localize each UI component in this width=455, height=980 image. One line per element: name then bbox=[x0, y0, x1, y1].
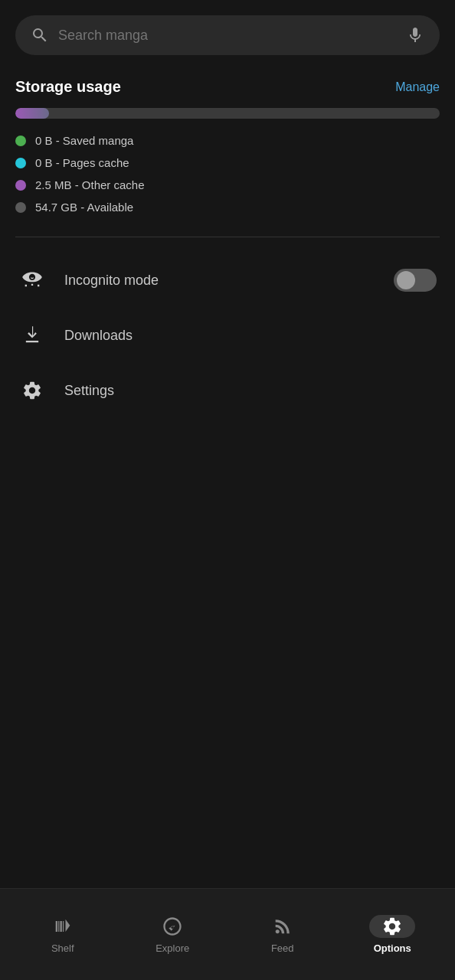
menu-item-incognito[interactable]: Incognito mode bbox=[15, 253, 440, 308]
legend-available: 54.7 GB - Available bbox=[15, 201, 440, 214]
label-saved-manga: 0 B - Saved manga bbox=[35, 134, 133, 147]
legend-pages-cache: 0 B - Pages cache bbox=[15, 156, 440, 169]
incognito-icon bbox=[18, 266, 46, 294]
shelf-icon bbox=[51, 915, 74, 938]
menu-item-settings[interactable]: Settings bbox=[15, 363, 440, 418]
label-other-cache: 2.5 MB - Other cache bbox=[35, 178, 145, 191]
search-input[interactable] bbox=[58, 28, 397, 44]
nav-item-options[interactable]: Options bbox=[338, 907, 448, 962]
options-icon bbox=[369, 915, 415, 938]
main-content: Storage usage Manage 0 B - Saved manga 0… bbox=[0, 0, 455, 888]
incognito-toggle[interactable] bbox=[394, 269, 437, 292]
storage-header: Storage usage Manage bbox=[15, 78, 440, 96]
nav-item-explore[interactable]: Explore bbox=[118, 907, 228, 962]
bottom-nav: Shelf Explore Feed Options bbox=[0, 888, 455, 980]
mic-icon[interactable] bbox=[406, 26, 424, 44]
manage-button[interactable]: Manage bbox=[395, 80, 440, 94]
settings-icon bbox=[18, 377, 46, 404]
feed-label: Feed bbox=[271, 942, 294, 954]
dot-available bbox=[15, 202, 26, 213]
dot-pages-cache bbox=[15, 158, 26, 168]
settings-label: Settings bbox=[64, 383, 437, 399]
storage-section: Storage usage Manage 0 B - Saved manga 0… bbox=[15, 78, 440, 214]
explore-label: Explore bbox=[155, 942, 189, 954]
nav-item-shelf[interactable]: Shelf bbox=[8, 907, 118, 962]
downloads-icon bbox=[18, 322, 46, 349]
dot-saved-manga bbox=[15, 136, 26, 146]
dot-other-cache bbox=[15, 180, 26, 191]
menu-item-downloads[interactable]: Downloads bbox=[15, 308, 440, 363]
label-available: 54.7 GB - Available bbox=[35, 201, 133, 214]
search-bar[interactable] bbox=[15, 15, 440, 55]
feed-icon bbox=[271, 915, 294, 938]
search-icon bbox=[31, 26, 49, 44]
divider bbox=[15, 237, 440, 237]
explore-icon bbox=[161, 915, 184, 938]
nav-item-feed[interactable]: Feed bbox=[228, 907, 338, 962]
storage-title: Storage usage bbox=[15, 78, 121, 96]
incognito-label: Incognito mode bbox=[64, 273, 375, 289]
storage-legend: 0 B - Saved manga 0 B - Pages cache 2.5 … bbox=[15, 134, 440, 214]
shelf-label: Shelf bbox=[51, 942, 74, 954]
menu-list: Incognito mode Downloads Settings bbox=[15, 253, 440, 418]
legend-saved-manga: 0 B - Saved manga bbox=[15, 134, 440, 147]
downloads-label: Downloads bbox=[64, 328, 437, 344]
options-label: Options bbox=[374, 942, 411, 954]
legend-other-cache: 2.5 MB - Other cache bbox=[15, 178, 440, 191]
storage-bar-fill bbox=[15, 108, 49, 119]
label-pages-cache: 0 B - Pages cache bbox=[35, 156, 129, 169]
storage-progress-bar bbox=[15, 108, 440, 119]
toggle-thumb bbox=[397, 271, 415, 289]
